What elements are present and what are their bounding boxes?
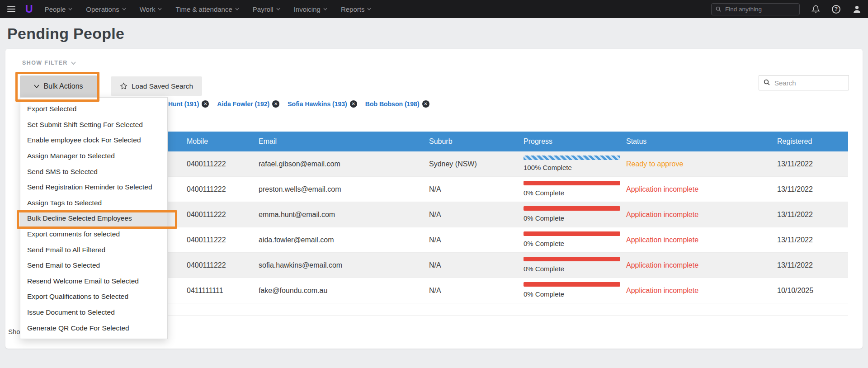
nav-item-operations[interactable]: Operations bbox=[86, 5, 126, 13]
menu-item-issue-document[interactable]: Issue Document to Selected bbox=[20, 305, 167, 321]
bulk-actions-button[interactable]: Bulk Actions bbox=[20, 75, 97, 97]
cell-mobile: 0411111111 bbox=[187, 287, 259, 295]
global-search bbox=[711, 3, 800, 15]
nav-label: Payroll bbox=[253, 5, 274, 13]
selected-people-chips: Emma Hunt (191)✕ Aida Fowler (192)✕ Sofi… bbox=[147, 100, 429, 108]
chip-close-icon[interactable]: ✕ bbox=[202, 100, 209, 108]
menu-item-export-comments[interactable]: Export comments for selected bbox=[20, 226, 167, 242]
nav-item-people[interactable]: People bbox=[45, 5, 73, 13]
table-search-input[interactable] bbox=[759, 75, 849, 90]
global-search-input[interactable] bbox=[711, 3, 800, 15]
chip-label: Bob Bobson (198) bbox=[365, 100, 420, 108]
menu-item-enable-employee-clock[interactable]: Enable employee clock For Selected bbox=[20, 132, 167, 148]
nav-label: Invoicing bbox=[294, 5, 321, 13]
menu-item-send-registration-reminder[interactable]: Send Registration Reminder to Selected bbox=[20, 179, 167, 195]
cell-registered: 13/11/2022 bbox=[777, 211, 848, 219]
col-header-email[interactable]: Email bbox=[259, 137, 429, 146]
col-header-status[interactable]: Status bbox=[626, 137, 777, 146]
progress-bar bbox=[524, 257, 620, 261]
content-card: SHOW FILTER Bulk Actions Load Saved Sear… bbox=[5, 49, 863, 349]
chevron-down-icon bbox=[71, 61, 76, 65]
progress-label: 0% Complete bbox=[524, 189, 626, 197]
progress-label: 0% Complete bbox=[524, 240, 626, 247]
progress-label: 100% Complete bbox=[524, 164, 626, 171]
col-header-registered[interactable]: Registered bbox=[777, 137, 848, 146]
chip-close-icon[interactable]: ✕ bbox=[422, 100, 429, 108]
nav-label: Work bbox=[140, 5, 156, 13]
bulk-actions-label: Bulk Actions bbox=[43, 82, 83, 90]
menu-item-export-selected[interactable]: Export Selected bbox=[20, 101, 167, 117]
menu-item-assign-manager[interactable]: Assign Manager to Selected bbox=[20, 148, 167, 164]
nav-item-work[interactable]: Work bbox=[140, 5, 162, 13]
cell-progress: 100% Complete bbox=[524, 151, 626, 171]
foundu-logo[interactable]: U bbox=[25, 0, 33, 18]
nav-label: Reports bbox=[341, 5, 365, 13]
notifications-bell-icon[interactable] bbox=[811, 5, 820, 14]
menu-item-generate-qr-code[interactable]: Generate QR Code For Selected bbox=[20, 320, 167, 336]
cell-email: rafael.gibson@email.com bbox=[259, 160, 429, 168]
status-text: Application incomplete bbox=[626, 211, 777, 219]
chevron-down-icon bbox=[323, 8, 327, 10]
col-header-mobile[interactable]: Mobile bbox=[187, 137, 259, 146]
chip-close-icon[interactable]: ✕ bbox=[350, 100, 357, 108]
progress-label: 0% Complete bbox=[524, 214, 626, 222]
selected-chip: Sofia Hawkins (193)✕ bbox=[288, 100, 357, 108]
status-text: Ready to approve bbox=[626, 160, 777, 168]
main-nav: People Operations Work Time & attendance… bbox=[45, 5, 372, 13]
show-filter-label: SHOW FILTER bbox=[22, 60, 68, 66]
topbar-right: ? bbox=[711, 3, 862, 15]
show-filter-toggle[interactable]: SHOW FILTER bbox=[22, 60, 76, 66]
nav-label: Time & attendance bbox=[175, 5, 232, 13]
nav-item-payroll[interactable]: Payroll bbox=[253, 5, 280, 13]
menu-item-bulk-decline[interactable]: Bulk Decline Selected Employees bbox=[20, 211, 167, 226]
cell-suburb: N/A bbox=[429, 236, 524, 244]
nav-label: Operations bbox=[86, 5, 119, 13]
progress-label: 0% Complete bbox=[524, 290, 626, 298]
status-text: Application incomplete bbox=[626, 236, 777, 244]
menu-item-resend-welcome-email[interactable]: Resend Welcome Email to Selected bbox=[20, 274, 167, 289]
menu-item-set-submit-shift[interactable]: Set Submit Shift Setting For Selected bbox=[20, 117, 167, 133]
menu-item-send-email-all-filtered[interactable]: Send Email to All Filtered bbox=[20, 242, 167, 258]
col-header-progress[interactable]: Progress bbox=[524, 137, 626, 146]
cell-mobile: 0400111222 bbox=[187, 160, 259, 168]
chevron-down-icon bbox=[34, 85, 39, 88]
menu-item-export-qualifications[interactable]: Export Qualifications to Selected bbox=[20, 289, 167, 305]
menu-item-assign-tags[interactable]: Assign Tags to Selected bbox=[20, 195, 167, 211]
menu-item-send-sms[interactable]: Send SMS to Selected bbox=[20, 164, 167, 179]
cell-mobile: 0400111222 bbox=[187, 211, 259, 219]
cell-registered: 13/11/2022 bbox=[777, 236, 848, 244]
selected-chip: Bob Bobson (198)✕ bbox=[365, 100, 429, 108]
search-icon bbox=[763, 79, 770, 86]
hamburger-menu-icon[interactable] bbox=[7, 6, 15, 12]
menu-item-send-email-selected[interactable]: Send Email to Selected bbox=[20, 258, 167, 274]
cell-email: aida.fowler@email.com bbox=[259, 236, 429, 244]
cell-progress: 0% Complete bbox=[524, 278, 626, 298]
user-avatar-icon[interactable] bbox=[852, 5, 862, 14]
nav-item-invoicing[interactable]: Invoicing bbox=[294, 5, 327, 13]
chevron-down-icon bbox=[235, 8, 239, 10]
nav-item-time-attendance[interactable]: Time & attendance bbox=[175, 5, 239, 13]
chip-label: Aida Fowler (192) bbox=[217, 100, 269, 108]
page-title: Pending People bbox=[7, 25, 868, 42]
topbar: U People Operations Work Time & attendan… bbox=[0, 0, 868, 18]
col-header-suburb[interactable]: Suburb bbox=[429, 137, 524, 146]
cell-registered: 13/11/2022 bbox=[777, 160, 848, 168]
cell-progress: 0% Complete bbox=[524, 227, 626, 247]
cell-suburb: Sydney (NSW) bbox=[429, 160, 524, 168]
status-text: Application incomplete bbox=[626, 185, 777, 193]
cell-email: preston.wells@email.com bbox=[259, 185, 429, 193]
cell-suburb: N/A bbox=[429, 211, 524, 219]
nav-label: People bbox=[45, 5, 66, 13]
status-text: Application incomplete bbox=[626, 261, 777, 269]
load-saved-search-button[interactable]: Load Saved Search bbox=[111, 76, 202, 96]
chip-close-icon[interactable]: ✕ bbox=[272, 100, 279, 108]
nav-item-reports[interactable]: Reports bbox=[341, 5, 372, 13]
help-icon[interactable]: ? bbox=[832, 5, 840, 14]
cell-suburb: N/A bbox=[429, 185, 524, 193]
progress-label: 0% Complete bbox=[524, 265, 626, 273]
progress-bar bbox=[524, 282, 620, 287]
load-saved-search-label: Load Saved Search bbox=[132, 82, 193, 90]
progress-bar bbox=[524, 181, 620, 185]
cell-suburb: N/A bbox=[429, 287, 524, 295]
status-text: Application incomplete bbox=[626, 287, 777, 295]
